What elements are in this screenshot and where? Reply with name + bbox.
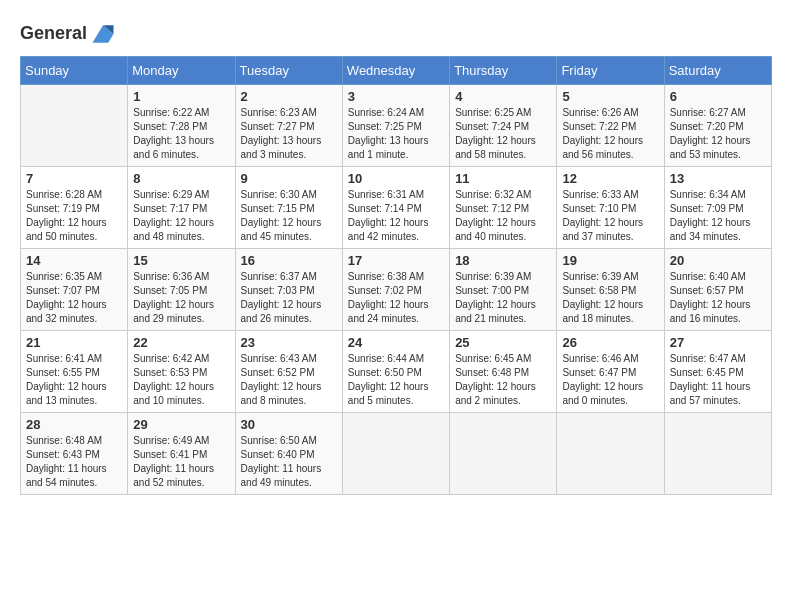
week-row-2: 7Sunrise: 6:28 AMSunset: 7:19 PMDaylight… bbox=[21, 167, 772, 249]
calendar-table: SundayMondayTuesdayWednesdayThursdayFrid… bbox=[20, 56, 772, 495]
day-info: Sunrise: 6:22 AMSunset: 7:28 PMDaylight:… bbox=[133, 106, 229, 162]
day-cell: 22Sunrise: 6:42 AMSunset: 6:53 PMDayligh… bbox=[128, 331, 235, 413]
day-cell: 14Sunrise: 6:35 AMSunset: 7:07 PMDayligh… bbox=[21, 249, 128, 331]
day-info: Sunrise: 6:33 AMSunset: 7:10 PMDaylight:… bbox=[562, 188, 658, 244]
day-info: Sunrise: 6:38 AMSunset: 7:02 PMDaylight:… bbox=[348, 270, 444, 326]
day-number: 1 bbox=[133, 89, 229, 104]
day-cell bbox=[557, 413, 664, 495]
day-header-tuesday: Tuesday bbox=[235, 57, 342, 85]
week-row-1: 1Sunrise: 6:22 AMSunset: 7:28 PMDaylight… bbox=[21, 85, 772, 167]
day-cell: 20Sunrise: 6:40 AMSunset: 6:57 PMDayligh… bbox=[664, 249, 771, 331]
day-info: Sunrise: 6:44 AMSunset: 6:50 PMDaylight:… bbox=[348, 352, 444, 408]
day-cell: 21Sunrise: 6:41 AMSunset: 6:55 PMDayligh… bbox=[21, 331, 128, 413]
day-cell: 12Sunrise: 6:33 AMSunset: 7:10 PMDayligh… bbox=[557, 167, 664, 249]
day-cell: 2Sunrise: 6:23 AMSunset: 7:27 PMDaylight… bbox=[235, 85, 342, 167]
day-number: 13 bbox=[670, 171, 766, 186]
day-info: Sunrise: 6:46 AMSunset: 6:47 PMDaylight:… bbox=[562, 352, 658, 408]
day-info: Sunrise: 6:41 AMSunset: 6:55 PMDaylight:… bbox=[26, 352, 122, 408]
day-number: 18 bbox=[455, 253, 551, 268]
day-cell: 17Sunrise: 6:38 AMSunset: 7:02 PMDayligh… bbox=[342, 249, 449, 331]
day-cell: 3Sunrise: 6:24 AMSunset: 7:25 PMDaylight… bbox=[342, 85, 449, 167]
day-number: 6 bbox=[670, 89, 766, 104]
day-info: Sunrise: 6:48 AMSunset: 6:43 PMDaylight:… bbox=[26, 434, 122, 490]
day-cell: 1Sunrise: 6:22 AMSunset: 7:28 PMDaylight… bbox=[128, 85, 235, 167]
day-cell: 28Sunrise: 6:48 AMSunset: 6:43 PMDayligh… bbox=[21, 413, 128, 495]
day-number: 21 bbox=[26, 335, 122, 350]
day-number: 23 bbox=[241, 335, 337, 350]
day-number: 26 bbox=[562, 335, 658, 350]
day-number: 8 bbox=[133, 171, 229, 186]
day-info: Sunrise: 6:32 AMSunset: 7:12 PMDaylight:… bbox=[455, 188, 551, 244]
day-cell bbox=[450, 413, 557, 495]
day-number: 16 bbox=[241, 253, 337, 268]
day-cell: 7Sunrise: 6:28 AMSunset: 7:19 PMDaylight… bbox=[21, 167, 128, 249]
day-header-friday: Friday bbox=[557, 57, 664, 85]
day-header-sunday: Sunday bbox=[21, 57, 128, 85]
day-number: 22 bbox=[133, 335, 229, 350]
day-cell: 19Sunrise: 6:39 AMSunset: 6:58 PMDayligh… bbox=[557, 249, 664, 331]
header-row-days: SundayMondayTuesdayWednesdayThursdayFrid… bbox=[21, 57, 772, 85]
day-number: 28 bbox=[26, 417, 122, 432]
day-info: Sunrise: 6:24 AMSunset: 7:25 PMDaylight:… bbox=[348, 106, 444, 162]
day-number: 29 bbox=[133, 417, 229, 432]
day-cell: 15Sunrise: 6:36 AMSunset: 7:05 PMDayligh… bbox=[128, 249, 235, 331]
day-number: 3 bbox=[348, 89, 444, 104]
day-cell: 25Sunrise: 6:45 AMSunset: 6:48 PMDayligh… bbox=[450, 331, 557, 413]
day-info: Sunrise: 6:29 AMSunset: 7:17 PMDaylight:… bbox=[133, 188, 229, 244]
day-cell: 13Sunrise: 6:34 AMSunset: 7:09 PMDayligh… bbox=[664, 167, 771, 249]
day-info: Sunrise: 6:37 AMSunset: 7:03 PMDaylight:… bbox=[241, 270, 337, 326]
day-number: 25 bbox=[455, 335, 551, 350]
day-number: 24 bbox=[348, 335, 444, 350]
day-info: Sunrise: 6:50 AMSunset: 6:40 PMDaylight:… bbox=[241, 434, 337, 490]
calendar-header: SundayMondayTuesdayWednesdayThursdayFrid… bbox=[21, 57, 772, 85]
day-cell: 29Sunrise: 6:49 AMSunset: 6:41 PMDayligh… bbox=[128, 413, 235, 495]
day-info: Sunrise: 6:49 AMSunset: 6:41 PMDaylight:… bbox=[133, 434, 229, 490]
day-number: 11 bbox=[455, 171, 551, 186]
day-number: 14 bbox=[26, 253, 122, 268]
day-info: Sunrise: 6:43 AMSunset: 6:52 PMDaylight:… bbox=[241, 352, 337, 408]
header-row: General bbox=[20, 16, 772, 48]
logo-icon bbox=[89, 20, 117, 48]
day-info: Sunrise: 6:30 AMSunset: 7:15 PMDaylight:… bbox=[241, 188, 337, 244]
day-cell: 4Sunrise: 6:25 AMSunset: 7:24 PMDaylight… bbox=[450, 85, 557, 167]
day-cell bbox=[342, 413, 449, 495]
logo-text: General bbox=[20, 24, 87, 44]
day-number: 10 bbox=[348, 171, 444, 186]
day-info: Sunrise: 6:45 AMSunset: 6:48 PMDaylight:… bbox=[455, 352, 551, 408]
day-cell: 18Sunrise: 6:39 AMSunset: 7:00 PMDayligh… bbox=[450, 249, 557, 331]
day-info: Sunrise: 6:39 AMSunset: 7:00 PMDaylight:… bbox=[455, 270, 551, 326]
day-cell: 16Sunrise: 6:37 AMSunset: 7:03 PMDayligh… bbox=[235, 249, 342, 331]
day-info: Sunrise: 6:23 AMSunset: 7:27 PMDaylight:… bbox=[241, 106, 337, 162]
day-cell: 24Sunrise: 6:44 AMSunset: 6:50 PMDayligh… bbox=[342, 331, 449, 413]
day-cell: 6Sunrise: 6:27 AMSunset: 7:20 PMDaylight… bbox=[664, 85, 771, 167]
day-info: Sunrise: 6:34 AMSunset: 7:09 PMDaylight:… bbox=[670, 188, 766, 244]
day-info: Sunrise: 6:47 AMSunset: 6:45 PMDaylight:… bbox=[670, 352, 766, 408]
day-info: Sunrise: 6:42 AMSunset: 6:53 PMDaylight:… bbox=[133, 352, 229, 408]
day-number: 20 bbox=[670, 253, 766, 268]
day-number: 2 bbox=[241, 89, 337, 104]
day-number: 19 bbox=[562, 253, 658, 268]
day-header-monday: Monday bbox=[128, 57, 235, 85]
day-info: Sunrise: 6:28 AMSunset: 7:19 PMDaylight:… bbox=[26, 188, 122, 244]
main-container: General SundayMondayTuesdayWednesdayThur… bbox=[0, 0, 792, 505]
day-header-thursday: Thursday bbox=[450, 57, 557, 85]
day-cell: 10Sunrise: 6:31 AMSunset: 7:14 PMDayligh… bbox=[342, 167, 449, 249]
day-number: 12 bbox=[562, 171, 658, 186]
day-number: 5 bbox=[562, 89, 658, 104]
day-info: Sunrise: 6:25 AMSunset: 7:24 PMDaylight:… bbox=[455, 106, 551, 162]
day-number: 7 bbox=[26, 171, 122, 186]
day-cell: 27Sunrise: 6:47 AMSunset: 6:45 PMDayligh… bbox=[664, 331, 771, 413]
day-cell: 8Sunrise: 6:29 AMSunset: 7:17 PMDaylight… bbox=[128, 167, 235, 249]
day-info: Sunrise: 6:26 AMSunset: 7:22 PMDaylight:… bbox=[562, 106, 658, 162]
week-row-4: 21Sunrise: 6:41 AMSunset: 6:55 PMDayligh… bbox=[21, 331, 772, 413]
calendar-body: 1Sunrise: 6:22 AMSunset: 7:28 PMDaylight… bbox=[21, 85, 772, 495]
day-cell bbox=[21, 85, 128, 167]
day-header-saturday: Saturday bbox=[664, 57, 771, 85]
day-number: 9 bbox=[241, 171, 337, 186]
day-info: Sunrise: 6:27 AMSunset: 7:20 PMDaylight:… bbox=[670, 106, 766, 162]
day-cell: 11Sunrise: 6:32 AMSunset: 7:12 PMDayligh… bbox=[450, 167, 557, 249]
day-cell: 9Sunrise: 6:30 AMSunset: 7:15 PMDaylight… bbox=[235, 167, 342, 249]
day-number: 15 bbox=[133, 253, 229, 268]
day-info: Sunrise: 6:31 AMSunset: 7:14 PMDaylight:… bbox=[348, 188, 444, 244]
day-cell: 26Sunrise: 6:46 AMSunset: 6:47 PMDayligh… bbox=[557, 331, 664, 413]
